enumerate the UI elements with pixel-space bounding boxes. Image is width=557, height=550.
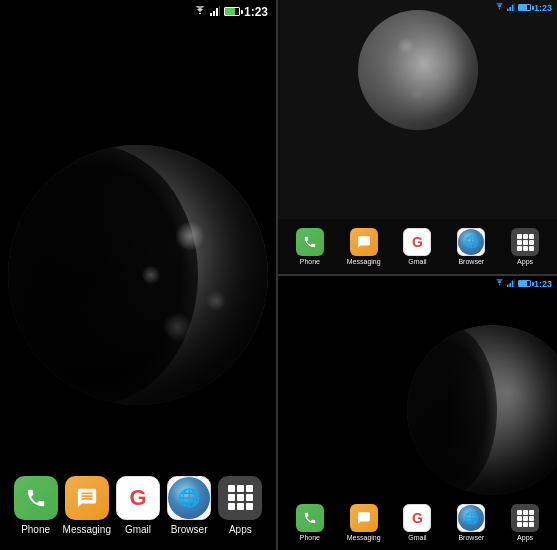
wifi-icon-rb: [495, 279, 504, 289]
dock-right-top: Phone Messaging G Gmail 🌐: [278, 219, 557, 274]
phone-label-rb: Phone: [300, 534, 320, 541]
phone-label: Phone: [21, 524, 50, 535]
dock-browser-rb[interactable]: 🌐 Browser: [455, 504, 487, 541]
dock-phone-rt[interactable]: Phone: [294, 228, 326, 265]
status-bar-left: 1:23: [194, 5, 268, 19]
browser-icon-rt: 🌐: [457, 228, 485, 256]
browser-label-rt: Browser: [458, 258, 484, 265]
dock-messaging-rt[interactable]: Messaging: [348, 228, 380, 265]
right-panels: 1:23 Phone Messaging: [278, 0, 557, 550]
gmail-icon: G: [116, 476, 160, 520]
dock-browser-rt[interactable]: 🌐 Browser: [455, 228, 487, 265]
browser-label: Browser: [171, 524, 208, 535]
browser-icon-rb: 🌐: [457, 504, 485, 532]
moon-small-bottom: [407, 325, 557, 495]
dock-right-bottom: Phone Messaging G Gmail 🌐: [278, 495, 557, 550]
svg-rect-5: [509, 7, 511, 11]
gmail-label: Gmail: [125, 524, 151, 535]
dock-browser[interactable]: 🌐 Browser: [165, 476, 213, 535]
right-top-panel: 1:23 Phone Messaging: [278, 0, 557, 276]
time-left: 1:23: [244, 5, 268, 19]
svg-rect-0: [210, 13, 212, 16]
svg-rect-1: [213, 11, 215, 16]
gmail-label-rt: Gmail: [408, 258, 426, 265]
dock-phone-rb[interactable]: Phone: [294, 504, 326, 541]
svg-rect-8: [507, 285, 509, 287]
svg-rect-6: [512, 5, 514, 11]
battery-icon-left: [224, 6, 240, 18]
dock-messaging-rb[interactable]: Messaging: [348, 504, 380, 541]
dock-phone[interactable]: Phone: [12, 476, 60, 535]
dock-gmail[interactable]: G Gmail: [114, 476, 162, 535]
svg-rect-11: [514, 279, 515, 287]
time-rb: 1:23: [534, 279, 552, 289]
apps-label: Apps: [229, 524, 252, 535]
apps-icon-rb: [511, 504, 539, 532]
phone-icon-rb: [296, 504, 324, 532]
dock-gmail-rb[interactable]: G Gmail: [401, 504, 433, 541]
apps-icon-rt: [511, 228, 539, 256]
gmail-icon-rt: G: [403, 228, 431, 256]
apps-label-rb: Apps: [517, 534, 533, 541]
wifi-icon-left: [194, 6, 206, 18]
messaging-icon: [65, 476, 109, 520]
wifi-icon-rt: [495, 3, 504, 13]
phone-label-rt: Phone: [300, 258, 320, 265]
apps-label-rt: Apps: [517, 258, 533, 265]
browser-icon: 🌐: [167, 476, 211, 520]
dock-apps-rt[interactable]: Apps: [509, 228, 541, 265]
messaging-label-rt: Messaging: [347, 258, 381, 265]
left-panel: 1:23 Phone Messaging G Gmail: [0, 0, 278, 550]
dock-left: Phone Messaging G Gmail 🌐 Browser: [0, 460, 276, 550]
signal-icon-rb: [507, 279, 515, 289]
status-bar-right-top: 1:23: [495, 3, 552, 13]
apps-icon: [218, 476, 262, 520]
svg-rect-4: [507, 9, 509, 11]
dock-gmail-rt[interactable]: G Gmail: [401, 228, 433, 265]
gmail-label-rb: Gmail: [408, 534, 426, 541]
phone-icon-rt: [296, 228, 324, 256]
dock-apps[interactable]: Apps: [216, 476, 264, 535]
gmail-icon-rb: G: [403, 504, 431, 532]
svg-rect-10: [512, 281, 514, 287]
signal-icon-left: [210, 6, 220, 18]
messaging-label: Messaging: [63, 524, 111, 535]
moon-small-top: [358, 10, 478, 130]
messaging-icon-rt: [350, 228, 378, 256]
battery-icon-rb: [518, 279, 531, 289]
svg-rect-3: [219, 6, 220, 16]
messaging-icon-rb: [350, 504, 378, 532]
time-rt: 1:23: [534, 3, 552, 13]
signal-icon-rt: [507, 3, 515, 13]
right-bottom-panel: 1:23 Phone Messaging: [278, 276, 557, 550]
status-bar-right-bottom: 1:23: [495, 279, 552, 289]
browser-label-rb: Browser: [458, 534, 484, 541]
svg-rect-7: [514, 3, 515, 11]
moon-large: [8, 145, 268, 405]
svg-rect-2: [216, 8, 218, 16]
battery-icon-rt: [518, 3, 531, 13]
dock-apps-rb[interactable]: Apps: [509, 504, 541, 541]
dock-messaging[interactable]: Messaging: [63, 476, 111, 535]
phone-icon: [14, 476, 58, 520]
messaging-label-rb: Messaging: [347, 534, 381, 541]
svg-rect-9: [509, 283, 511, 287]
